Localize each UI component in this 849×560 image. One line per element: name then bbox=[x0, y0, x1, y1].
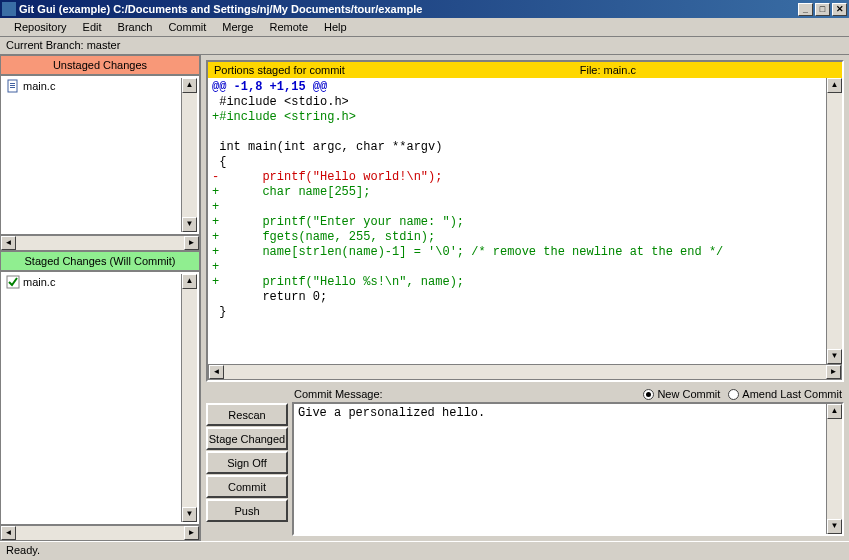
right-panel: Portions staged for commit File: main.c … bbox=[201, 55, 849, 541]
new-commit-radio[interactable]: New Commit bbox=[643, 388, 720, 400]
left-panel: Unstaged Changes main.c ▲▼ ◄► Staged Cha… bbox=[0, 55, 201, 541]
radio-icon bbox=[643, 389, 654, 400]
rescan-button[interactable]: Rescan bbox=[206, 403, 288, 426]
current-branch-label: Current Branch: master bbox=[6, 39, 120, 51]
menubar: Repository Edit Branch Commit Merge Remo… bbox=[0, 18, 849, 37]
checkmark-icon bbox=[6, 275, 20, 289]
app-icon bbox=[2, 2, 16, 16]
menu-edit[interactable]: Edit bbox=[75, 19, 110, 35]
commit-area: Rescan Stage Changed Sign Off Commit Pus… bbox=[206, 386, 844, 536]
status-text: Ready. bbox=[6, 544, 40, 556]
unstaged-header: Unstaged Changes bbox=[0, 55, 200, 75]
menu-remote[interactable]: Remote bbox=[261, 19, 316, 35]
titlebar: Git Gui (example) C:/Documents and Setti… bbox=[0, 0, 849, 18]
unstaged-file-item[interactable]: main.c bbox=[3, 78, 181, 94]
diff-line bbox=[212, 125, 822, 140]
diff-line: } bbox=[212, 305, 822, 320]
diff-line: +#include <string.h> bbox=[212, 110, 822, 125]
commit-scrollbar-v[interactable]: ▲▼ bbox=[826, 404, 842, 534]
diff-line: + name[strlen(name)-1] = '\0'; /* remove… bbox=[212, 245, 822, 260]
diff-line: + bbox=[212, 200, 822, 215]
unstaged-scrollbar-h[interactable]: ◄► bbox=[0, 235, 200, 251]
minimize-button[interactable]: _ bbox=[798, 3, 813, 16]
radio-label: New Commit bbox=[657, 388, 720, 400]
statusbar: Ready. bbox=[0, 541, 849, 559]
commit-message-label: Commit Message: bbox=[294, 388, 633, 400]
file-icon bbox=[6, 79, 20, 93]
branch-bar: Current Branch: master bbox=[0, 37, 849, 55]
action-buttons: Rescan Stage Changed Sign Off Commit Pus… bbox=[206, 386, 288, 536]
staged-scrollbar-h[interactable]: ◄► bbox=[0, 525, 200, 541]
file-name: main.c bbox=[23, 276, 55, 288]
diff-scrollbar-h[interactable]: ◄► bbox=[208, 364, 842, 380]
menu-commit[interactable]: Commit bbox=[160, 19, 214, 35]
diff-line: #include <stdio.h> bbox=[212, 95, 822, 110]
diff-line: int main(int argc, char **argv) bbox=[212, 140, 822, 155]
radio-icon bbox=[728, 389, 739, 400]
diff-header-right: File: main.c bbox=[580, 64, 636, 76]
diff-line: @@ -1,8 +1,15 @@ bbox=[212, 80, 822, 95]
svg-rect-3 bbox=[10, 87, 15, 88]
diff-header-left: Portions staged for commit bbox=[214, 64, 580, 76]
diff-line: + printf("Hello %s!\n", name); bbox=[212, 275, 822, 290]
commit-button[interactable]: Commit bbox=[206, 475, 288, 498]
stage-changed-button[interactable]: Stage Changed bbox=[206, 427, 288, 450]
diff-header: Portions staged for commit File: main.c bbox=[208, 62, 842, 78]
sign-off-button[interactable]: Sign Off bbox=[206, 451, 288, 474]
radio-label: Amend Last Commit bbox=[742, 388, 842, 400]
menu-help[interactable]: Help bbox=[316, 19, 355, 35]
commit-message-input[interactable] bbox=[294, 404, 826, 534]
amend-last-commit-radio[interactable]: Amend Last Commit bbox=[728, 388, 842, 400]
diff-line: + char name[255]; bbox=[212, 185, 822, 200]
push-button[interactable]: Push bbox=[206, 499, 288, 522]
diff-content[interactable]: @@ -1,8 +1,15 @@ #include <stdio.h>+#inc… bbox=[208, 78, 826, 364]
staged-header: Staged Changes (Will Commit) bbox=[0, 251, 200, 271]
close-button[interactable]: ✕ bbox=[832, 3, 847, 16]
diff-area: Portions staged for commit File: main.c … bbox=[206, 60, 844, 382]
unstaged-file-list[interactable]: main.c ▲▼ bbox=[0, 75, 200, 235]
diff-line: + bbox=[212, 260, 822, 275]
svg-rect-2 bbox=[10, 85, 15, 86]
menu-repository[interactable]: Repository bbox=[6, 19, 75, 35]
svg-rect-1 bbox=[10, 83, 15, 84]
window-title: Git Gui (example) C:/Documents and Setti… bbox=[19, 3, 798, 15]
diff-line: + printf("Enter your name: "); bbox=[212, 215, 822, 230]
unstaged-scrollbar-v[interactable]: ▲▼ bbox=[181, 78, 197, 232]
menu-branch[interactable]: Branch bbox=[110, 19, 161, 35]
diff-line: - printf("Hello world!\n"); bbox=[212, 170, 822, 185]
file-name: main.c bbox=[23, 80, 55, 92]
diff-line: + fgets(name, 255, stdin); bbox=[212, 230, 822, 245]
diff-line: return 0; bbox=[212, 290, 822, 305]
diff-line: { bbox=[212, 155, 822, 170]
staged-file-list[interactable]: main.c ▲▼ bbox=[0, 271, 200, 525]
diff-scrollbar-v[interactable]: ▲▼ bbox=[826, 78, 842, 364]
maximize-button[interactable]: □ bbox=[815, 3, 830, 16]
menu-merge[interactable]: Merge bbox=[214, 19, 261, 35]
staged-file-item[interactable]: main.c bbox=[3, 274, 181, 290]
staged-scrollbar-v[interactable]: ▲▼ bbox=[181, 274, 197, 522]
